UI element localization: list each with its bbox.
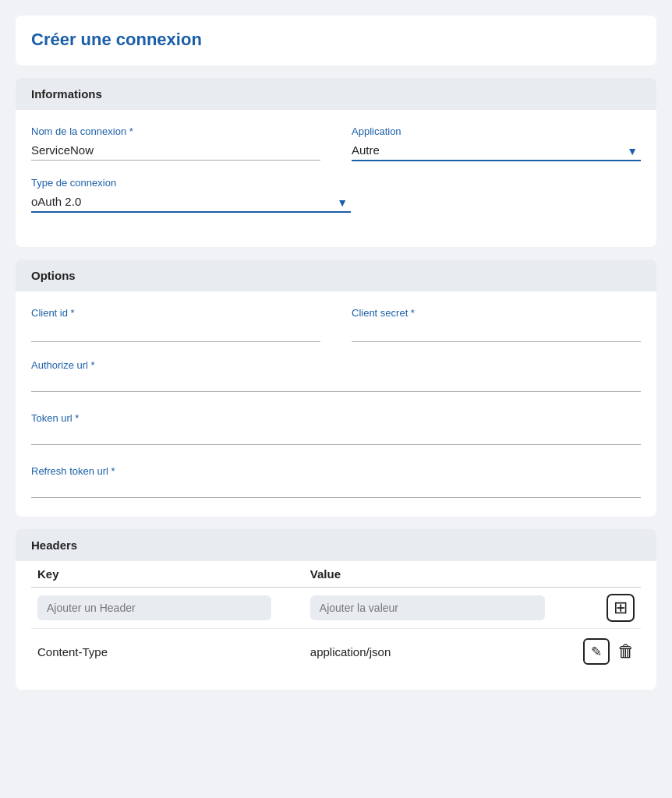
options-section: Options Client id * Client secret * Auth… bbox=[16, 260, 656, 517]
add-header-button[interactable]: ⊞ bbox=[607, 594, 635, 622]
informations-section-header: Informations bbox=[16, 78, 656, 110]
token-url-input[interactable] bbox=[31, 425, 641, 445]
informations-section: Informations Nom de la connexion * Appli… bbox=[16, 78, 656, 247]
client-secret-label: Client secret * bbox=[352, 307, 641, 319]
authorize-url-label: Authorize url * bbox=[31, 359, 95, 371]
authorize-url-group: Authorize url * bbox=[31, 358, 641, 392]
connection-type-select-wrapper: oAuth 2.0 Basic API Key ▼ bbox=[31, 192, 351, 213]
refresh-token-url-label: Refresh token url * bbox=[31, 465, 115, 477]
options-section-header: Options bbox=[16, 260, 656, 291]
headers-table: Key Value bbox=[31, 561, 641, 674]
table-row: Content-Type application/json ✎ bbox=[31, 629, 641, 675]
client-id-group: Client id * bbox=[31, 307, 320, 342]
refresh-token-url-input[interactable] bbox=[31, 478, 641, 498]
connection-name-input[interactable] bbox=[31, 140, 320, 161]
application-group: Application Autre ServiceNow Salesforce … bbox=[352, 125, 641, 161]
connection-type-group: Type de connexion oAuth 2.0 Basic API Ke… bbox=[31, 177, 351, 213]
client-secret-input[interactable] bbox=[352, 322, 641, 342]
add-header-row: ⊞ bbox=[31, 588, 641, 629]
application-select[interactable]: Autre ServiceNow Salesforce bbox=[352, 140, 641, 161]
headers-section-header: Headers bbox=[16, 529, 656, 561]
header-key-value: Content-Type bbox=[37, 645, 108, 659]
application-label: Application bbox=[352, 125, 641, 137]
trash-icon: 🗑 bbox=[617, 641, 635, 661]
connection-type-label: Type de connexion bbox=[31, 177, 351, 189]
authorize-url-input[interactable] bbox=[31, 372, 641, 392]
connection-name-label: Nom de la connexion * bbox=[31, 125, 320, 137]
connection-type-select[interactable]: oAuth 2.0 Basic API Key bbox=[31, 192, 351, 213]
headers-section: Headers Key Value bbox=[16, 529, 656, 690]
add-icon: ⊞ bbox=[614, 598, 628, 618]
token-url-label: Token url * bbox=[31, 412, 79, 424]
edit-header-button[interactable]: ✎ bbox=[583, 638, 610, 665]
refresh-token-url-group: Refresh token url * bbox=[31, 464, 641, 498]
application-select-wrapper: Autre ServiceNow Salesforce ▼ bbox=[352, 140, 641, 161]
token-url-group: Token url * bbox=[31, 411, 641, 445]
client-id-label: Client id * bbox=[31, 307, 320, 319]
client-secret-group: Client secret * bbox=[352, 307, 641, 342]
delete-header-button[interactable]: 🗑 bbox=[617, 641, 635, 662]
edit-icon: ✎ bbox=[591, 644, 602, 660]
key-column-header: Key bbox=[31, 561, 304, 588]
add-header-key-input[interactable] bbox=[37, 595, 271, 620]
page-title: Créer une connexion bbox=[16, 16, 656, 64]
client-id-input[interactable] bbox=[31, 322, 320, 342]
header-value-value: application/json bbox=[310, 645, 391, 659]
value-column-header: Value bbox=[304, 561, 577, 588]
connection-name-group: Nom de la connexion * bbox=[31, 125, 320, 161]
add-header-value-input[interactable] bbox=[310, 595, 545, 620]
